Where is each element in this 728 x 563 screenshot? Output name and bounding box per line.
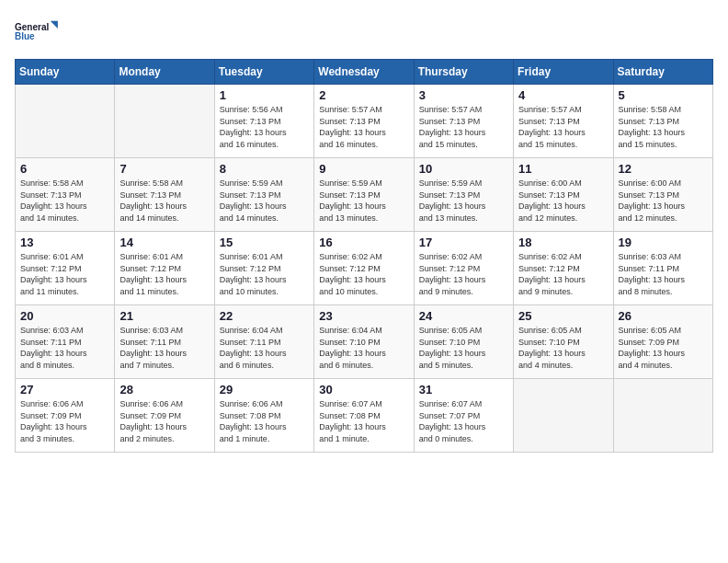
day-number: 28 [119, 383, 209, 396]
day-number: 11 [518, 162, 608, 176]
calendar-cell: 25Sunrise: 6:05 AM Sunset: 7:10 PM Dayli… [514, 305, 613, 379]
day-number: 19 [619, 236, 708, 249]
day-info: Sunrise: 5:59 AM Sunset: 7:13 PM Dayligh… [419, 178, 508, 224]
calendar-cell: 28Sunrise: 6:06 AM Sunset: 7:09 PM Dayli… [115, 379, 214, 453]
calendar-cell: 16Sunrise: 6:02 AM Sunset: 7:12 PM Dayli… [314, 232, 414, 305]
day-info: Sunrise: 5:57 AM Sunset: 7:13 PM Dayligh… [319, 104, 408, 150]
day-info: Sunrise: 6:02 AM Sunset: 7:12 PM Dayligh… [518, 251, 608, 297]
day-info: Sunrise: 5:57 AM Sunset: 7:13 PM Dayligh… [518, 104, 608, 150]
calendar-cell: 9Sunrise: 5:59 AM Sunset: 7:13 PM Daylig… [314, 158, 414, 232]
day-number: 17 [419, 236, 508, 249]
calendar-week-3: 13Sunrise: 6:01 AM Sunset: 7:12 PM Dayli… [16, 232, 713, 305]
day-info: Sunrise: 6:05 AM Sunset: 7:09 PM Dayligh… [619, 325, 708, 371]
svg-marker-2 [51, 21, 58, 29]
day-number: 22 [220, 309, 309, 323]
calendar-cell: 24Sunrise: 6:05 AM Sunset: 7:10 PM Dayli… [414, 305, 513, 379]
day-info: Sunrise: 6:04 AM Sunset: 7:10 PM Dayligh… [319, 325, 408, 371]
day-number: 30 [319, 383, 408, 396]
day-info: Sunrise: 6:03 AM Sunset: 7:11 PM Dayligh… [619, 251, 708, 297]
calendar-cell: 7Sunrise: 5:58 AM Sunset: 7:13 PM Daylig… [115, 158, 214, 232]
day-number: 4 [518, 88, 608, 102]
day-info: Sunrise: 6:07 AM Sunset: 7:07 PM Dayligh… [419, 398, 508, 444]
day-info: Sunrise: 6:02 AM Sunset: 7:12 PM Dayligh… [319, 251, 408, 297]
calendar-cell: 21Sunrise: 6:03 AM Sunset: 7:11 PM Dayli… [115, 305, 214, 379]
day-info: Sunrise: 6:06 AM Sunset: 7:09 PM Dayligh… [20, 398, 109, 444]
calendar-cell: 3Sunrise: 5:57 AM Sunset: 7:13 PM Daylig… [414, 85, 513, 158]
day-info: Sunrise: 6:01 AM Sunset: 7:12 PM Dayligh… [20, 251, 109, 297]
logo-icon: General Blue [15, 15, 61, 48]
day-info: Sunrise: 6:01 AM Sunset: 7:12 PM Dayligh… [119, 251, 209, 297]
calendar-table: SundayMondayTuesdayWednesdayThursdayFrid… [15, 59, 713, 453]
calendar-cell: 11Sunrise: 6:00 AM Sunset: 7:13 PM Dayli… [514, 158, 613, 232]
day-info: Sunrise: 5:59 AM Sunset: 7:13 PM Dayligh… [319, 178, 408, 224]
day-header-tuesday: Tuesday [214, 60, 313, 85]
calendar-week-1: 1Sunrise: 5:56 AM Sunset: 7:13 PM Daylig… [16, 85, 713, 158]
calendar-cell: 17Sunrise: 6:02 AM Sunset: 7:12 PM Dayli… [414, 232, 513, 305]
calendar-cell: 18Sunrise: 6:02 AM Sunset: 7:12 PM Dayli… [514, 232, 613, 305]
day-info: Sunrise: 6:04 AM Sunset: 7:11 PM Dayligh… [220, 325, 309, 371]
day-number: 23 [319, 309, 408, 323]
calendar-cell: 2Sunrise: 5:57 AM Sunset: 7:13 PM Daylig… [314, 85, 414, 158]
calendar-cell [514, 379, 613, 453]
day-number: 14 [119, 236, 209, 249]
calendar-cell [613, 379, 712, 453]
day-info: Sunrise: 6:00 AM Sunset: 7:13 PM Dayligh… [518, 178, 608, 224]
day-number: 26 [619, 309, 708, 323]
calendar-cell: 19Sunrise: 6:03 AM Sunset: 7:11 PM Dayli… [613, 232, 712, 305]
calendar-cell: 6Sunrise: 5:58 AM Sunset: 7:13 PM Daylig… [16, 158, 115, 232]
day-number: 2 [319, 88, 408, 102]
svg-text:Blue: Blue [15, 31, 35, 41]
day-info: Sunrise: 6:00 AM Sunset: 7:13 PM Dayligh… [619, 178, 708, 224]
day-number: 31 [419, 383, 508, 396]
calendar-week-5: 27Sunrise: 6:06 AM Sunset: 7:09 PM Dayli… [16, 379, 713, 453]
day-info: Sunrise: 5:58 AM Sunset: 7:13 PM Dayligh… [119, 178, 209, 224]
calendar-header-row: SundayMondayTuesdayWednesdayThursdayFrid… [16, 60, 713, 85]
day-number: 8 [220, 162, 309, 176]
day-info: Sunrise: 5:57 AM Sunset: 7:13 PM Dayligh… [419, 104, 508, 150]
day-info: Sunrise: 5:56 AM Sunset: 7:13 PM Dayligh… [220, 104, 309, 150]
calendar-cell: 15Sunrise: 6:01 AM Sunset: 7:12 PM Dayli… [214, 232, 313, 305]
logo: General Blue [15, 15, 61, 48]
day-number: 25 [518, 309, 608, 323]
calendar-cell: 12Sunrise: 6:00 AM Sunset: 7:13 PM Dayli… [613, 158, 712, 232]
day-number: 5 [619, 88, 708, 102]
day-number: 20 [20, 309, 109, 323]
day-info: Sunrise: 6:05 AM Sunset: 7:10 PM Dayligh… [518, 325, 608, 371]
day-number: 3 [419, 88, 508, 102]
calendar-cell: 8Sunrise: 5:59 AM Sunset: 7:13 PM Daylig… [214, 158, 313, 232]
day-number: 21 [119, 309, 209, 323]
day-number: 12 [619, 162, 708, 176]
day-header-saturday: Saturday [613, 60, 712, 85]
calendar-week-2: 6Sunrise: 5:58 AM Sunset: 7:13 PM Daylig… [16, 158, 713, 232]
calendar-cell: 31Sunrise: 6:07 AM Sunset: 7:07 PM Dayli… [414, 379, 513, 453]
calendar-cell: 13Sunrise: 6:01 AM Sunset: 7:12 PM Dayli… [16, 232, 115, 305]
day-header-friday: Friday [514, 60, 613, 85]
calendar-cell: 26Sunrise: 6:05 AM Sunset: 7:09 PM Dayli… [613, 305, 712, 379]
day-info: Sunrise: 6:06 AM Sunset: 7:08 PM Dayligh… [220, 398, 309, 444]
calendar-cell: 22Sunrise: 6:04 AM Sunset: 7:11 PM Dayli… [214, 305, 313, 379]
calendar-cell [115, 85, 214, 158]
day-info: Sunrise: 6:03 AM Sunset: 7:11 PM Dayligh… [20, 325, 109, 371]
day-number: 27 [20, 383, 109, 396]
day-number: 24 [419, 309, 508, 323]
day-header-monday: Monday [115, 60, 214, 85]
day-header-sunday: Sunday [16, 60, 115, 85]
day-number: 6 [20, 162, 109, 176]
day-number: 13 [20, 236, 109, 249]
calendar-cell: 29Sunrise: 6:06 AM Sunset: 7:08 PM Dayli… [214, 379, 313, 453]
day-info: Sunrise: 6:01 AM Sunset: 7:12 PM Dayligh… [220, 251, 309, 297]
calendar-cell [16, 85, 115, 158]
day-info: Sunrise: 6:06 AM Sunset: 7:09 PM Dayligh… [119, 398, 209, 444]
day-header-wednesday: Wednesday [314, 60, 414, 85]
day-number: 9 [319, 162, 408, 176]
calendar-cell: 10Sunrise: 5:59 AM Sunset: 7:13 PM Dayli… [414, 158, 513, 232]
calendar-cell: 30Sunrise: 6:07 AM Sunset: 7:08 PM Dayli… [314, 379, 414, 453]
page-header: General Blue [15, 15, 713, 48]
day-info: Sunrise: 5:58 AM Sunset: 7:13 PM Dayligh… [20, 178, 109, 224]
day-info: Sunrise: 6:07 AM Sunset: 7:08 PM Dayligh… [319, 398, 408, 444]
day-header-thursday: Thursday [414, 60, 513, 85]
calendar-cell: 14Sunrise: 6:01 AM Sunset: 7:12 PM Dayli… [115, 232, 214, 305]
svg-text:General: General [15, 22, 49, 32]
day-number: 1 [220, 88, 309, 102]
day-number: 29 [220, 383, 309, 396]
